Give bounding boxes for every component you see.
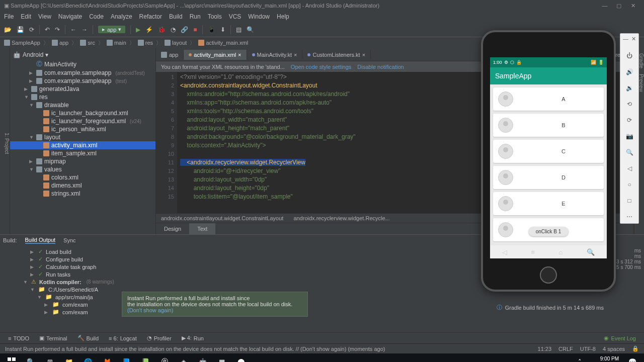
search-icon[interactable]: 🔍 — [247, 26, 254, 33]
crumb-layout[interactable]: layout — [165, 40, 187, 46]
crumb-project[interactable]: SampleApp — [4, 40, 40, 46]
open-icon[interactable]: 📂 — [4, 26, 12, 33]
event-log-tool[interactable]: ◉ Event Log — [600, 335, 640, 341]
minimize-button[interactable]: — — [598, 3, 612, 9]
task-view-icon[interactable]: ⊞ — [41, 355, 58, 362]
avd-icon[interactable]: 📱 — [208, 26, 215, 33]
redo-icon[interactable]: ↷ — [55, 26, 60, 33]
menu-tools[interactable]: Tools — [208, 13, 222, 20]
list-item[interactable]: C — [493, 140, 604, 163]
menu-window[interactable]: Window — [248, 13, 270, 20]
excel-icon[interactable]: 📗 — [137, 355, 154, 362]
tree-file[interactable]: ic_launcher_background.xml — [10, 109, 155, 117]
apply-changes-icon[interactable]: ⚡ — [145, 26, 153, 33]
attach-icon[interactable]: 🔗 — [181, 26, 188, 33]
run-icon[interactable]: ▶ — [136, 26, 140, 33]
home-icon[interactable]: ⌂ — [559, 248, 563, 256]
close-button[interactable]: ✕ — [626, 3, 640, 9]
menu-navigate[interactable]: Navigate — [58, 13, 82, 20]
list-item[interactable]: A — [493, 87, 604, 111]
run-config-selector[interactable]: ▸ app ▾ — [98, 26, 125, 33]
forward-icon[interactable]: → — [82, 26, 88, 33]
list-item[interactable]: D — [493, 166, 604, 189]
tab-customlisteners[interactable]: CustomListeners.kt × — [302, 50, 371, 60]
debug-icon[interactable]: 🐞 — [158, 26, 166, 33]
undo-icon[interactable]: ↶ — [45, 26, 50, 33]
word-icon[interactable]: 📘 — [118, 355, 135, 362]
search-icon[interactable]: 🔍 — [587, 248, 595, 256]
crumb-res[interactable]: res — [138, 40, 153, 46]
encoding[interactable]: UTF-8 — [580, 346, 596, 352]
back-icon[interactable]: ◁ — [625, 164, 634, 173]
power-icon[interactable]: ⏻ — [625, 51, 634, 60]
tree-mipmap[interactable]: ▶ mipmap — [10, 157, 155, 165]
tree-pkg-androidtest[interactable]: ▶ com.example.sampleapp(androidTest) — [10, 69, 155, 77]
build-output-tab[interactable]: Build Output — [25, 237, 56, 244]
structure-icon[interactable]: ▤ — [236, 26, 242, 33]
menu-run[interactable]: Run — [190, 13, 201, 20]
run-tool[interactable]: ▶ 4: Run — [178, 335, 208, 341]
home-icon[interactable]: ○ — [625, 180, 634, 189]
back-icon[interactable]: ← — [70, 26, 76, 33]
chrome-icon[interactable]: 🌐 — [79, 355, 97, 362]
crumb-constraint[interactable]: androidx.constraintlayout.widget.Constra… — [161, 215, 283, 221]
tree-file[interactable]: ic_person_white.xml — [10, 125, 155, 133]
rotate-left-icon[interactable]: ⟲ — [625, 100, 634, 109]
menu-refactor[interactable]: Refactor — [139, 13, 162, 20]
tray-up-icon[interactable]: ˄ — [572, 355, 589, 362]
crumb-app[interactable]: app — [52, 40, 68, 46]
tree-file[interactable]: strings.xml — [10, 190, 155, 198]
logcat-tool[interactable]: ≡ 6: Logcat — [105, 335, 141, 341]
notifications-icon[interactable]: 💬 — [624, 355, 641, 362]
tree-file[interactable]: ic_launcher_foreground.xml(v24) — [10, 117, 155, 125]
rotate-right-icon[interactable]: ⟳ — [625, 116, 634, 125]
device-home-button[interactable] — [540, 266, 557, 284]
design-tab[interactable]: Design — [156, 223, 189, 234]
menu-analyze[interactable]: Analyze — [111, 13, 132, 20]
zoom-icon[interactable]: 🔍 — [625, 148, 634, 157]
build-tool[interactable]: 🔨 Build — [73, 335, 103, 341]
dropbox-icon[interactable]: ◈ — [175, 355, 192, 362]
tree-file[interactable]: dimens.xml — [10, 182, 155, 190]
project-view-selector[interactable]: 🤖 Android ▾ — [10, 50, 155, 59]
volume-down-icon[interactable]: 🔉 — [625, 83, 634, 93]
todo-tool[interactable]: ≡ TODO — [4, 335, 33, 341]
refresh-icon[interactable]: ⟳ — [29, 26, 34, 33]
open-code-style-link[interactable]: Open code style settings — [291, 64, 351, 70]
tree-mainactivity[interactable]: Ⓒ MainActivity — [10, 59, 155, 69]
profiler-tool[interactable]: ◔ Profiler — [143, 335, 176, 341]
terminal-tool[interactable]: ▣ Terminal — [35, 335, 71, 341]
indent[interactable]: 4 spaces — [603, 346, 625, 352]
tab-mainactivity[interactable]: MainActivity.kt × — [247, 50, 303, 60]
tree-file[interactable]: item_sample.xml — [10, 149, 155, 157]
close-icon[interactable]: ✕ — [631, 36, 636, 42]
firefox-icon[interactable]: 🦊 — [99, 355, 116, 362]
tab-activity-main[interactable]: activity_main.xml × — [184, 50, 247, 60]
menu-code[interactable]: Code — [89, 13, 104, 20]
menu-vcs[interactable]: VCS — [229, 13, 242, 20]
tree-pkg-test[interactable]: ▶ com.example.sampleapp(test) — [10, 77, 155, 85]
crumb-main[interactable]: main — [107, 40, 126, 46]
more-icon[interactable]: ⋯ — [625, 212, 634, 221]
list-item[interactable]: B — [493, 114, 604, 137]
tree-values[interactable]: ▼ values — [10, 165, 155, 173]
system-tray[interactable]: 9:00 PM10/08/2019 — [591, 356, 622, 362]
back-icon[interactable]: ◁ — [502, 248, 507, 256]
menu-icon[interactable]: ≡ — [531, 248, 535, 256]
stop-icon[interactable]: ■ — [193, 26, 197, 33]
save-icon[interactable]: 💾 — [17, 26, 24, 33]
build-tree[interactable]: ▶✓ Load build ▶✓ Configure build ▶✓ Calc… — [10, 246, 473, 332]
start-button[interactable] — [3, 355, 20, 362]
disable-notification-link[interactable]: Disable notification — [357, 64, 404, 70]
maximize-button[interactable]: ▢ — [612, 3, 626, 9]
sdk-icon[interactable]: ⬇ — [220, 26, 225, 33]
overview-icon[interactable]: □ — [625, 196, 634, 205]
sync-tab[interactable]: Sync — [63, 237, 75, 243]
menu-edit[interactable]: Edit — [21, 13, 31, 20]
tree-drawable[interactable]: ▼ drawable — [10, 101, 155, 109]
menu-file[interactable]: File — [4, 13, 14, 20]
android-studio-icon[interactable]: 🤖 — [194, 355, 211, 362]
camera-icon[interactable]: 📷 — [625, 132, 634, 141]
profile-icon[interactable]: ◔ — [171, 26, 176, 33]
edge-icon[interactable]: ⓔ — [156, 355, 173, 362]
